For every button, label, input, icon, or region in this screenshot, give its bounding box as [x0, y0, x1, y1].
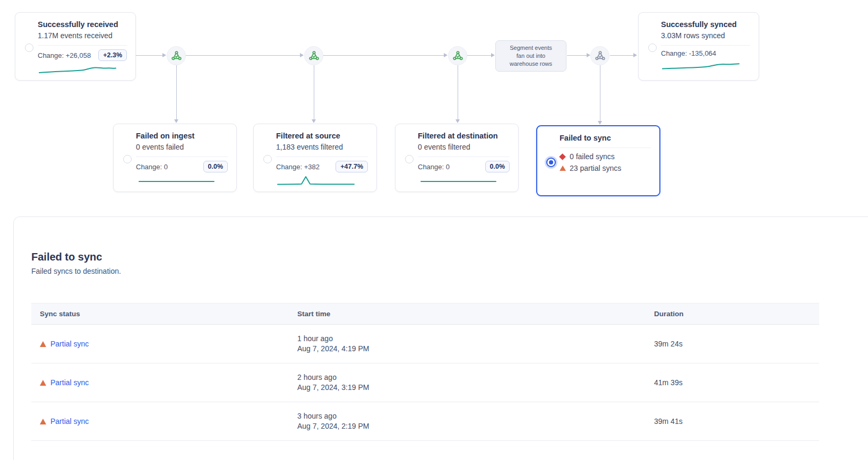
pipeline-step-sync-icon [590, 46, 609, 65]
fanout-note-line: Segment events [496, 44, 566, 52]
pipeline-step-success-icon [448, 46, 467, 65]
card-title: Successfully synced [661, 20, 750, 30]
arrow-down-icon [598, 121, 602, 125]
change-label: Change: +382 [276, 163, 320, 171]
sync-status-link[interactable]: Partial sync [50, 378, 89, 387]
failed-syncs-count: 0 failed syncs [570, 151, 615, 162]
failed-sync-icon [559, 153, 566, 160]
column-header-sync-status: Sync status [31, 310, 289, 318]
connector-line [567, 55, 587, 56]
panel-title: Failed to sync [31, 251, 868, 263]
pipeline-step-success-icon [304, 46, 323, 65]
change-badge: 0.0% [485, 161, 510, 172]
arrow-down-icon [456, 119, 460, 123]
card-failed-on-ingest[interactable]: Failed on ingest 0 events failed Change:… [113, 124, 237, 192]
change-label: Change: 0 [418, 163, 450, 171]
table-row: Partial sync 3 hours ago Aug 7, 2024, 2:… [31, 402, 819, 441]
sparkline-chart [418, 174, 497, 187]
sync-status-link[interactable]: Partial sync [50, 340, 89, 348]
table-row: Partial sync 1 hour ago Aug 7, 2024, 4:1… [31, 325, 819, 363]
connector-line [458, 65, 458, 119]
arrow-down-icon [174, 119, 178, 123]
card-filtered-at-source[interactable]: Filtered at source 1,183 events filtered… [253, 124, 377, 192]
radio-filtered-at-destination[interactable] [405, 155, 414, 163]
card-failed-to-sync[interactable]: Failed to sync 0 failed syncs 23 partial… [536, 125, 660, 196]
partial-syncs-count: 23 partial syncs [570, 163, 621, 173]
card-subtitle: 0 events filtered [418, 142, 510, 152]
fanout-note: Segment events fan out into warehouse ro… [495, 40, 566, 72]
connector-line [323, 55, 444, 56]
arrow-down-icon [312, 119, 316, 123]
change-label: Change: +26,058 [38, 51, 91, 59]
pipeline-step-success-icon [167, 46, 186, 65]
card-successfully-synced[interactable]: Successfully synced 3.03M rows synced Ch… [638, 12, 759, 81]
change-badge: +2.3% [98, 49, 127, 61]
change-label: Change: -135,064 [661, 49, 716, 57]
duration-value: 41m 39s [646, 378, 819, 387]
sync-status-link[interactable]: Partial sync [50, 417, 89, 426]
card-title: Filtered at source [276, 131, 368, 141]
divider [661, 45, 750, 46]
change-label: Change: 0 [136, 163, 168, 171]
connector-line [186, 55, 300, 56]
connector-line [136, 55, 162, 56]
fanout-note-line: fan out into [496, 52, 566, 60]
sparkline-chart [661, 59, 741, 72]
radio-failed-on-ingest[interactable] [123, 155, 132, 163]
radio-filtered-at-source[interactable] [263, 155, 272, 163]
pipeline-observability-page: Segment events fan out into warehouse ro… [0, 0, 868, 460]
card-title: Failed to sync [560, 133, 651, 143]
table-row: Partial sync 2 hours ago Aug 7, 2024, 3:… [31, 363, 819, 402]
sparkline-chart [276, 174, 356, 187]
divider [136, 157, 228, 157]
failed-syncs-table: Sync status Start time Duration Partial … [31, 303, 819, 441]
card-subtitle: 1,183 events filtered [276, 142, 368, 152]
change-badge: +47.7% [336, 161, 368, 172]
divider [560, 147, 651, 148]
connector-line [176, 65, 177, 119]
connector-line [467, 55, 491, 56]
card-subtitle: 1.17M events received [38, 31, 127, 41]
timestamp: Aug 7, 2024, 4:19 PM [297, 344, 646, 354]
connector-line [600, 65, 600, 121]
arrow-right-icon [300, 53, 304, 57]
divider [38, 45, 127, 46]
card-successfully-received[interactable]: Successfully received 1.17M events recei… [15, 12, 136, 81]
divider [276, 157, 368, 157]
partial-sync-icon [40, 380, 46, 386]
arrow-right-icon [587, 53, 590, 57]
failed-to-sync-panel: Failed to sync Failed syncs to destinati… [13, 216, 868, 460]
card-subtitle: 3.03M rows synced [661, 31, 750, 41]
divider [418, 157, 510, 157]
arrow-right-icon [162, 53, 166, 57]
duration-value: 39m 24s [646, 340, 819, 348]
timestamp: Aug 7, 2024, 2:19 PM [297, 421, 646, 432]
arrow-right-icon [491, 53, 495, 57]
timestamp: Aug 7, 2024, 3:19 PM [297, 383, 646, 393]
sparkline-chart [136, 174, 216, 187]
radio-successfully-synced[interactable] [648, 44, 657, 52]
partial-sync-icon [560, 166, 566, 171]
arrow-right-icon [633, 53, 637, 57]
arrow-right-icon [444, 53, 448, 57]
relative-time: 2 hours ago [297, 372, 646, 383]
relative-time: 3 hours ago [297, 411, 646, 422]
column-header-duration: Duration [646, 310, 819, 318]
radio-failed-to-sync[interactable] [546, 158, 556, 167]
connector-line [314, 65, 314, 119]
relative-time: 1 hour ago [297, 334, 646, 344]
partial-sync-icon [40, 419, 46, 424]
panel-subtitle: Failed syncs to destination. [31, 267, 868, 275]
change-badge: 0.0% [203, 161, 228, 172]
card-title: Failed on ingest [136, 131, 228, 141]
duration-value: 39m 41s [646, 417, 819, 426]
card-title: Successfully received [38, 20, 127, 30]
card-title: Filtered at destination [418, 131, 510, 141]
card-filtered-at-destination[interactable]: Filtered at destination 0 events filtere… [395, 124, 519, 192]
column-header-start-time: Start time [289, 310, 646, 318]
connector-line [610, 55, 633, 56]
card-subtitle: 0 events failed [136, 142, 228, 152]
sparkline-chart [38, 63, 117, 75]
radio-successfully-received[interactable] [25, 44, 33, 52]
table-header-row: Sync status Start time Duration [31, 303, 819, 325]
